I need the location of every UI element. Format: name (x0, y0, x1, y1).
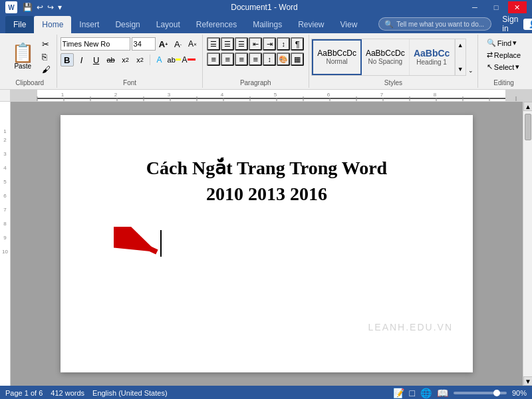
tab-mailings[interactable]: Mailings (245, 16, 290, 33)
tab-insert[interactable]: Insert (71, 16, 107, 33)
tab-design[interactable]: Design (107, 16, 148, 33)
scroll-thumb[interactable] (525, 114, 531, 140)
replace-button[interactable]: ⇄ Replace (483, 49, 525, 61)
italic-button[interactable]: I (75, 53, 88, 66)
strikethrough-button[interactable]: ab (104, 53, 118, 66)
scroll-down-button[interactable]: ▼ (523, 376, 532, 386)
svg-text:8: 8 (434, 92, 437, 98)
bold-button[interactable]: B (61, 53, 74, 66)
sort-button[interactable]: ↕ (277, 37, 290, 51)
find-button[interactable]: 🔍 Find ▾ (483, 37, 521, 49)
ruler-num-10: 10 (2, 249, 8, 255)
divider (150, 55, 150, 65)
style-heading1-preview: AaBbCc (414, 48, 450, 59)
save-button[interactable]: 💾 (21, 3, 34, 12)
minimize-button[interactable]: ─ (466, 1, 484, 13)
tab-file[interactable]: File (5, 16, 34, 33)
underline-button[interactable]: U (90, 53, 103, 66)
readmode-icon[interactable]: 📖 (437, 388, 448, 398)
styles-expand-button[interactable]: ⌄ (466, 66, 475, 75)
select-dropdown-icon: ▾ (515, 63, 519, 71)
style-heading1[interactable]: AaBbCc Heading 1 (410, 39, 455, 75)
borders-button[interactable]: ▦ (291, 53, 304, 66)
tab-review[interactable]: Review (290, 16, 332, 33)
style-normal[interactable]: AaBbCcDc Normal (312, 39, 362, 75)
line-spacing-button[interactable]: ↕ (263, 53, 276, 66)
undo-button[interactable]: ↩ (35, 3, 45, 12)
zoom-thumb[interactable] (493, 390, 500, 396)
webview-icon[interactable]: 🌐 (420, 388, 432, 398)
tab-home[interactable]: Home (34, 16, 71, 33)
ruler-num-6: 6 (3, 193, 6, 199)
shading-button[interactable]: 🎨 (277, 53, 290, 66)
show-formatting-button[interactable]: ¶ (291, 37, 304, 51)
red-arrow (114, 227, 167, 260)
notes-icon[interactable]: 📝 (393, 388, 404, 398)
font-grow-button[interactable]: A+ (157, 37, 170, 51)
clear-format-button[interactable]: A✕ (186, 37, 200, 51)
paste-icon: 📋 (11, 44, 35, 63)
vertical-ruler: 1 2 3 4 5 6 7 8 9 10 (0, 102, 11, 386)
font-row-2: B I U ab x2 x2 A ab A (61, 53, 196, 66)
scroll-track[interactable] (523, 111, 532, 376)
vertical-scrollbar[interactable]: ▲ ▼ (523, 102, 532, 386)
font-name-input[interactable] (61, 37, 130, 51)
close-button[interactable]: ✕ (508, 1, 527, 13)
signin-button[interactable]: Sign in (502, 15, 518, 33)
zoom-level: 90% (512, 389, 527, 397)
style-nospace[interactable]: AaBbCcDc No Spacing (362, 39, 410, 75)
scroll-up-button[interactable]: ▲ (523, 102, 532, 111)
justify-button[interactable]: ≡ (249, 53, 262, 66)
svg-text:6: 6 (327, 92, 331, 98)
tab-view[interactable]: View (332, 16, 366, 33)
copy-button[interactable]: ⎘ (40, 51, 53, 63)
font-shrink-button[interactable]: A- (172, 37, 185, 51)
customize-button[interactable]: ▾ (57, 3, 63, 12)
tell-me-input[interactable]: 🔍 Tell me what you want to do... (378, 17, 491, 31)
cursor-area[interactable] (114, 220, 420, 260)
align-center-button[interactable]: ≡ (221, 53, 234, 66)
styles-scroll-down[interactable]: ▼ (456, 65, 466, 74)
tab-references[interactable]: References (188, 16, 245, 33)
subscript-button[interactable]: x2 (119, 53, 132, 66)
editing-label: Editing (493, 78, 514, 86)
font-size-input[interactable] (132, 37, 156, 51)
multilevel-button[interactable]: ☰ (235, 37, 248, 51)
ruler-num-2: 2 (3, 137, 6, 143)
statusbar: Page 1 of 6 412 words English (United St… (0, 386, 532, 399)
text-cursor (160, 230, 162, 257)
cut-button[interactable]: ✂ (40, 39, 53, 50)
font-color-button[interactable]: A (182, 53, 196, 66)
numbering-button[interactable]: ☰ (221, 37, 234, 51)
styles-scroll-up[interactable]: ▲ (456, 41, 466, 50)
page-info: Page 1 of 6 (5, 389, 43, 397)
align-right-button[interactable]: ≡ (235, 53, 248, 66)
decrease-indent-button[interactable]: ⇤ (249, 37, 262, 51)
document-area[interactable]: Cách Ngắt Trang Trong Word 2010 2013 201… (11, 102, 523, 386)
redo-button[interactable]: ↪ (46, 3, 55, 12)
statusbar-right: 📝 □ 🌐 📖 90% (393, 388, 527, 398)
maximize-button[interactable]: □ (487, 1, 505, 13)
styles-label: Styles (384, 78, 402, 86)
text-effects-button[interactable]: A (153, 53, 166, 66)
document-title-line1: Cách Ngắt Trang Trong Word (114, 155, 420, 181)
align-left-button[interactable]: ≡ (207, 53, 220, 66)
ruler-num-3: 3 (3, 151, 6, 157)
tab-layout[interactable]: Layout (148, 16, 188, 33)
zoom-slider[interactable] (454, 392, 507, 394)
select-button[interactable]: ↖ Select ▾ (483, 61, 524, 72)
highlight-button[interactable]: ab (168, 53, 181, 66)
bullets-button[interactable]: ☰ (207, 37, 220, 51)
increase-indent-button[interactable]: ⇥ (263, 37, 276, 51)
font-row-1: A+ A- A✕ (61, 37, 200, 51)
replace-icon: ⇄ (487, 51, 493, 59)
style-normal-preview: AaBbCcDc (317, 49, 356, 58)
superscript-button[interactable]: x2 (134, 53, 147, 66)
paste-button[interactable]: 📋 Paste (7, 41, 39, 72)
svg-text:3: 3 (168, 92, 171, 98)
layout-icon[interactable]: □ (410, 388, 415, 398)
format-painter-button[interactable]: 🖌 (40, 64, 53, 75)
share-button[interactable]: 👤 Share (523, 19, 532, 30)
document-page[interactable]: Cách Ngắt Trang Trong Word 2010 2013 201… (61, 115, 473, 372)
watermark: LEANH.EDU.VN (368, 322, 453, 332)
